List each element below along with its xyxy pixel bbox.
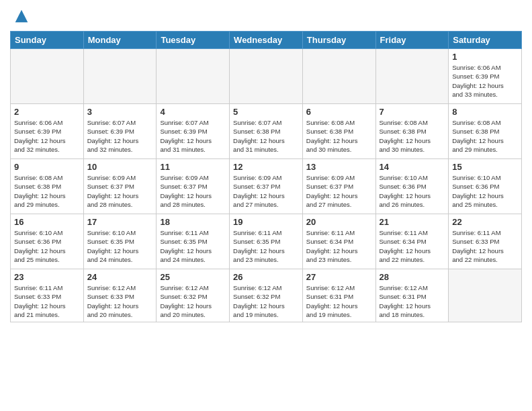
day-number: 14 <box>380 162 445 172</box>
svg-marker-0 <box>15 10 28 23</box>
calendar-day-25: 25Sunrise: 6:12 AM Sunset: 6:32 PM Dayli… <box>157 269 230 322</box>
calendar-day-12: 12Sunrise: 6:09 AM Sunset: 6:37 PM Dayli… <box>230 159 303 214</box>
calendar-day-14: 14Sunrise: 6:10 AM Sunset: 6:36 PM Dayli… <box>375 159 449 214</box>
calendar-day-11: 11Sunrise: 6:09 AM Sunset: 6:37 PM Dayli… <box>157 159 230 214</box>
day-info: Sunrise: 6:11 AM Sunset: 6:33 PM Dayligh… <box>14 283 80 319</box>
day-info: Sunrise: 6:08 AM Sunset: 6:38 PM Dayligh… <box>14 173 80 209</box>
day-info: Sunrise: 6:08 AM Sunset: 6:38 PM Dayligh… <box>306 118 372 154</box>
logo-icon <box>12 7 31 26</box>
day-number: 1 <box>452 52 518 62</box>
calendar-empty <box>375 49 449 104</box>
calendar-day-23: 23Sunrise: 6:11 AM Sunset: 6:33 PM Dayli… <box>11 269 84 322</box>
calendar-day-13: 13Sunrise: 6:09 AM Sunset: 6:37 PM Dayli… <box>302 159 375 214</box>
calendar-day-15: 15Sunrise: 6:10 AM Sunset: 6:36 PM Dayli… <box>449 159 522 214</box>
calendar-empty <box>83 49 157 104</box>
day-info: Sunrise: 6:09 AM Sunset: 6:37 PM Dayligh… <box>233 173 299 209</box>
calendar-header-tuesday: Tuesday <box>157 32 230 49</box>
day-number: 19 <box>233 217 299 227</box>
day-info: Sunrise: 6:06 AM Sunset: 6:39 PM Dayligh… <box>14 118 80 154</box>
calendar-day-18: 18Sunrise: 6:11 AM Sunset: 6:35 PM Dayli… <box>157 214 230 269</box>
calendar-day-6: 6Sunrise: 6:08 AM Sunset: 6:38 PM Daylig… <box>302 104 375 159</box>
day-info: Sunrise: 6:11 AM Sunset: 6:33 PM Dayligh… <box>452 228 518 264</box>
day-info: Sunrise: 6:12 AM Sunset: 6:32 PM Dayligh… <box>233 283 299 319</box>
day-info: Sunrise: 6:06 AM Sunset: 6:39 PM Dayligh… <box>452 63 518 99</box>
day-number: 13 <box>306 162 372 172</box>
calendar-day-1: 1Sunrise: 6:06 AM Sunset: 6:39 PM Daylig… <box>449 49 522 104</box>
calendar-day-8: 8Sunrise: 6:08 AM Sunset: 6:38 PM Daylig… <box>449 104 522 159</box>
page-container: SundayMondayTuesdayWednesdayThursdayFrid… <box>0 0 532 329</box>
day-info: Sunrise: 6:10 AM Sunset: 6:36 PM Dayligh… <box>452 173 518 209</box>
calendar-day-26: 26Sunrise: 6:12 AM Sunset: 6:32 PM Dayli… <box>230 269 303 322</box>
day-number: 28 <box>380 272 445 282</box>
calendar-header-row: SundayMondayTuesdayWednesdayThursdayFrid… <box>11 32 522 49</box>
calendar-day-21: 21Sunrise: 6:11 AM Sunset: 6:34 PM Dayli… <box>375 214 449 269</box>
calendar-empty <box>230 49 303 104</box>
calendar-day-16: 16Sunrise: 6:10 AM Sunset: 6:36 PM Dayli… <box>11 214 84 269</box>
day-info: Sunrise: 6:12 AM Sunset: 6:31 PM Dayligh… <box>380 283 445 319</box>
day-number: 2 <box>14 107 80 117</box>
header <box>10 7 522 26</box>
day-info: Sunrise: 6:11 AM Sunset: 6:35 PM Dayligh… <box>233 228 299 264</box>
day-number: 6 <box>306 107 372 117</box>
day-info: Sunrise: 6:12 AM Sunset: 6:33 PM Dayligh… <box>87 283 153 319</box>
day-info: Sunrise: 6:10 AM Sunset: 6:35 PM Dayligh… <box>87 228 153 264</box>
calendar-day-3: 3Sunrise: 6:07 AM Sunset: 6:39 PM Daylig… <box>83 104 157 159</box>
calendar-empty <box>449 269 522 322</box>
day-number: 20 <box>306 217 372 227</box>
calendar-week-3: 9Sunrise: 6:08 AM Sunset: 6:38 PM Daylig… <box>11 159 522 214</box>
calendar: SundayMondayTuesdayWednesdayThursdayFrid… <box>10 31 522 322</box>
calendar-day-17: 17Sunrise: 6:10 AM Sunset: 6:35 PM Dayli… <box>83 214 157 269</box>
calendar-empty <box>157 49 230 104</box>
day-info: Sunrise: 6:10 AM Sunset: 6:36 PM Dayligh… <box>380 173 445 209</box>
calendar-day-27: 27Sunrise: 6:12 AM Sunset: 6:31 PM Dayli… <box>302 269 375 322</box>
day-number: 5 <box>233 107 299 117</box>
calendar-week-5: 23Sunrise: 6:11 AM Sunset: 6:33 PM Dayli… <box>11 269 522 322</box>
calendar-day-20: 20Sunrise: 6:11 AM Sunset: 6:34 PM Dayli… <box>302 214 375 269</box>
day-number: 27 <box>306 272 372 282</box>
day-number: 10 <box>87 162 153 172</box>
day-info: Sunrise: 6:11 AM Sunset: 6:35 PM Dayligh… <box>160 228 226 264</box>
day-info: Sunrise: 6:07 AM Sunset: 6:39 PM Dayligh… <box>160 118 226 154</box>
calendar-day-24: 24Sunrise: 6:12 AM Sunset: 6:33 PM Dayli… <box>83 269 157 322</box>
day-info: Sunrise: 6:07 AM Sunset: 6:39 PM Dayligh… <box>87 118 153 154</box>
calendar-day-28: 28Sunrise: 6:12 AM Sunset: 6:31 PM Dayli… <box>375 269 449 322</box>
day-info: Sunrise: 6:09 AM Sunset: 6:37 PM Dayligh… <box>160 173 226 209</box>
calendar-day-22: 22Sunrise: 6:11 AM Sunset: 6:33 PM Dayli… <box>449 214 522 269</box>
calendar-day-5: 5Sunrise: 6:07 AM Sunset: 6:38 PM Daylig… <box>230 104 303 159</box>
day-info: Sunrise: 6:12 AM Sunset: 6:32 PM Dayligh… <box>160 283 226 319</box>
day-number: 24 <box>87 272 153 282</box>
calendar-empty <box>11 49 84 104</box>
day-number: 12 <box>233 162 299 172</box>
calendar-week-2: 2Sunrise: 6:06 AM Sunset: 6:39 PM Daylig… <box>11 104 522 159</box>
day-number: 17 <box>87 217 153 227</box>
day-info: Sunrise: 6:08 AM Sunset: 6:38 PM Dayligh… <box>452 118 518 154</box>
day-number: 25 <box>160 272 226 282</box>
day-info: Sunrise: 6:08 AM Sunset: 6:38 PM Dayligh… <box>380 118 445 154</box>
day-number: 22 <box>452 217 518 227</box>
calendar-header-thursday: Thursday <box>302 32 375 49</box>
calendar-header-friday: Friday <box>375 32 449 49</box>
calendar-empty <box>302 49 375 104</box>
calendar-day-7: 7Sunrise: 6:08 AM Sunset: 6:38 PM Daylig… <box>375 104 449 159</box>
day-number: 23 <box>14 272 80 282</box>
day-info: Sunrise: 6:10 AM Sunset: 6:36 PM Dayligh… <box>14 228 80 264</box>
day-number: 4 <box>160 107 226 117</box>
day-number: 3 <box>87 107 153 117</box>
day-number: 26 <box>233 272 299 282</box>
logo <box>10 10 31 26</box>
day-number: 18 <box>160 217 226 227</box>
calendar-day-4: 4Sunrise: 6:07 AM Sunset: 6:39 PM Daylig… <box>157 104 230 159</box>
day-number: 9 <box>14 162 80 172</box>
calendar-week-4: 16Sunrise: 6:10 AM Sunset: 6:36 PM Dayli… <box>11 214 522 269</box>
calendar-day-10: 10Sunrise: 6:09 AM Sunset: 6:37 PM Dayli… <box>83 159 157 214</box>
day-number: 8 <box>452 107 518 117</box>
calendar-day-9: 9Sunrise: 6:08 AM Sunset: 6:38 PM Daylig… <box>11 159 84 214</box>
day-info: Sunrise: 6:09 AM Sunset: 6:37 PM Dayligh… <box>87 173 153 209</box>
day-info: Sunrise: 6:12 AM Sunset: 6:31 PM Dayligh… <box>306 283 372 319</box>
calendar-week-1: 1Sunrise: 6:06 AM Sunset: 6:39 PM Daylig… <box>11 49 522 104</box>
calendar-header-saturday: Saturday <box>449 32 522 49</box>
day-number: 7 <box>380 107 445 117</box>
calendar-header-sunday: Sunday <box>11 32 84 49</box>
day-info: Sunrise: 6:09 AM Sunset: 6:37 PM Dayligh… <box>306 173 372 209</box>
day-number: 21 <box>380 217 445 227</box>
